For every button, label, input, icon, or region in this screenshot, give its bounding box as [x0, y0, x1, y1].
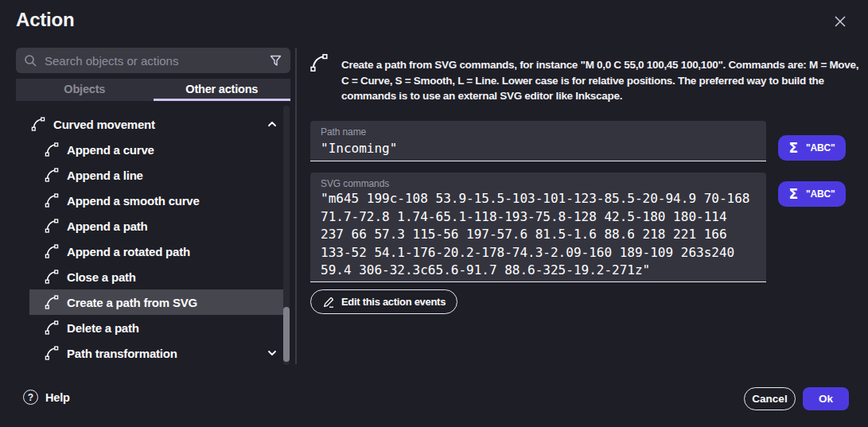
tab-objects[interactable]: Objects	[16, 79, 154, 101]
curve-icon	[44, 167, 60, 183]
action-dialog: Action Objects Other actions Curved move…	[0, 0, 868, 427]
help-label: Help	[45, 391, 70, 404]
ok-button[interactable]: Ok	[803, 387, 849, 410]
list-item-append-a-line[interactable]: Append a line	[29, 162, 285, 188]
list-item-append-a-rotated-path[interactable]: Append a rotated path	[29, 239, 285, 264]
tab-bar: Objects Other actions	[16, 79, 290, 101]
pencil-icon	[322, 296, 335, 309]
filter-icon[interactable]	[269, 54, 282, 68]
list-item-label: Path transformation	[67, 347, 177, 360]
list-item-append-a-curve[interactable]: Append a curve	[29, 137, 285, 162]
curve-icon	[44, 345, 60, 361]
curve-icon	[44, 142, 60, 157]
tab-other-actions[interactable]: Other actions	[154, 79, 291, 101]
path-name-label: Path name	[310, 121, 766, 138]
svg-commands-value: "m645 199c-108 53.9-15.5-103-101-123-85.…	[310, 189, 753, 280]
chevron-down-icon	[266, 347, 278, 359]
help-icon: ?	[23, 390, 38, 405]
svg-commands-label: SVG commands	[310, 173, 766, 189]
list-item-label: Close a path	[67, 270, 136, 284]
action-curve-icon	[309, 52, 329, 73]
dialog-title: Action	[16, 9, 74, 31]
search-icon	[24, 54, 37, 68]
close-icon	[832, 14, 848, 29]
list-item-label: Append a curve	[67, 143, 154, 157]
svg-commands-field[interactable]: SVG commands "m645 199c-108 53.9-15.5-10…	[310, 173, 766, 282]
expression-builder-button-svg-commands[interactable]: Σ "ABC"	[778, 181, 846, 207]
list-item-label: Append a path	[67, 219, 148, 233]
list-item-path-transformation[interactable]: Path transformation	[29, 340, 285, 366]
expression-builder-button-path-name[interactable]: Σ "ABC"	[778, 135, 846, 161]
help-link[interactable]: ? Help	[23, 390, 70, 405]
list-item-append-a-smooth-curve[interactable]: Append a smooth curve	[29, 188, 285, 213]
sigma-icon: Σ	[788, 186, 798, 202]
panel-divider	[295, 48, 297, 364]
search-box	[16, 48, 290, 73]
curve-icon	[30, 116, 46, 132]
search-input[interactable]	[45, 54, 262, 68]
tree-group-curved-movement[interactable]: Curved movement	[16, 111, 285, 137]
list-item-label: Append a rotated path	[67, 245, 190, 258]
edit-action-events-button[interactable]: Edit this action events	[310, 289, 457, 314]
curve-icon	[44, 243, 60, 259]
cancel-button[interactable]: Cancel	[744, 387, 796, 410]
list-item-append-a-path[interactable]: Append a path	[29, 213, 285, 239]
path-name-field[interactable]: Path name "Incoming"	[310, 121, 766, 161]
edit-action-events-label: Edit this action events	[341, 296, 446, 308]
scrollbar-thumb[interactable]	[283, 307, 290, 362]
path-name-value: "Incoming"	[310, 138, 766, 156]
action-description: Create a path from SVG commands, for ins…	[341, 57, 862, 104]
tree-group-label: Curved movement	[53, 118, 155, 131]
chevron-up-icon	[266, 118, 278, 130]
curve-icon	[44, 320, 60, 336]
curve-icon	[44, 218, 60, 234]
abc-label: "ABC"	[806, 142, 835, 153]
actions-tree: Curved movement Append a curve Append a …	[16, 111, 285, 366]
list-item-label: Delete a path	[67, 321, 139, 335]
list-item-label: Create a path from SVG	[67, 296, 197, 309]
list-item-close-a-path[interactable]: Close a path	[29, 264, 285, 289]
list-item-create-a-path-from-svg[interactable]: Create a path from SVG	[29, 289, 285, 315]
list-item-delete-a-path[interactable]: Delete a path	[29, 315, 285, 340]
list-item-label: Append a smooth curve	[67, 194, 200, 208]
curve-icon	[44, 294, 60, 310]
sigma-icon: Σ	[788, 140, 798, 156]
curve-icon	[44, 192, 60, 208]
list-item-label: Append a line	[67, 169, 143, 182]
abc-label: "ABC"	[806, 188, 835, 200]
curve-icon	[44, 269, 60, 285]
close-button[interactable]	[830, 11, 850, 32]
